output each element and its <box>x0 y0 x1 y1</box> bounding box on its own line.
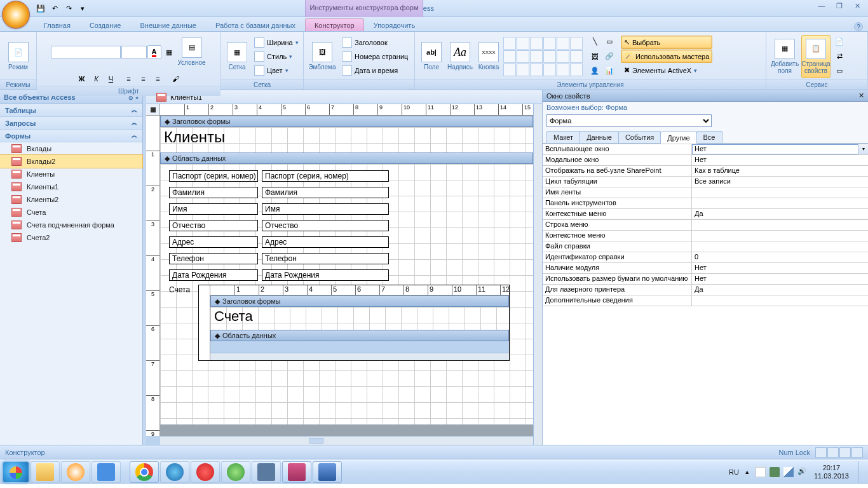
field-label[interactable]: Имя <box>169 203 258 215</box>
field-textbox[interactable]: Имя <box>262 203 389 215</box>
title-button[interactable]: Заголовок <box>339 36 411 49</box>
use-wizards-toggle[interactable]: 🪄Использовать мастера <box>621 50 712 63</box>
logo-button[interactable]: 🖼 Эмблема <box>308 35 337 78</box>
field-textbox[interactable]: Фамилия <box>262 187 389 198</box>
taskbar-chrome[interactable] <box>130 461 159 483</box>
nav-form-item[interactable]: Счета подчиненная форма <box>0 219 142 231</box>
qat-undo[interactable]: ↶ <box>48 3 61 14</box>
property-sheet-header[interactable]: Окно свойств ✕ <box>543 90 868 102</box>
property-value[interactable] <box>692 241 868 252</box>
align-right-button[interactable]: ≡ <box>151 72 165 86</box>
subform-header-bar[interactable]: ◆ Заголовок формы <box>210 295 509 307</box>
subform-hscroll[interactable] <box>210 353 509 360</box>
property-row[interactable]: Файл справки <box>543 241 868 252</box>
office-button[interactable] <box>2 1 30 29</box>
nav-form-item[interactable]: Счета <box>0 206 142 219</box>
nav-section-queries[interactable]: Запросы︽ <box>0 117 142 130</box>
property-row[interactable]: Цикл табуляцииВсе записи <box>543 177 868 187</box>
qat-save[interactable]: 💾 <box>34 3 47 14</box>
taskbar-app2[interactable] <box>221 461 250 483</box>
chart-ctrl-button[interactable]: 📊 <box>602 64 616 78</box>
form-title-label[interactable]: Клиенты <box>160 127 533 147</box>
vertical-ruler[interactable]: 123456789 <box>146 116 160 436</box>
font-color-button[interactable]: A <box>147 45 161 59</box>
tab-home[interactable]: Главная <box>34 18 80 31</box>
qat-redo[interactable]: ↷ <box>62 3 75 14</box>
grid-color-button[interactable]: Цвет▾ <box>251 64 302 77</box>
property-row[interactable]: Отображать на веб-узле SharePointКак в т… <box>543 166 868 177</box>
align-left-button[interactable]: ≡ <box>122 72 136 86</box>
gridlines-button[interactable]: ▦ Сетка <box>225 35 249 78</box>
help-icon[interactable]: ? <box>854 22 863 31</box>
property-row[interactable]: Использовать размер бумаги по умолчаниюН… <box>543 274 868 285</box>
property-value[interactable]: Нет <box>692 155 868 165</box>
font-name-input[interactable] <box>51 46 121 58</box>
activex-controls-button[interactable]: ✖Элементы ActiveX▾ <box>621 64 712 77</box>
property-row[interactable]: Всплывающее окноНет▾ <box>543 144 868 155</box>
controls-gallery[interactable] <box>503 37 586 76</box>
view-design-button[interactable] <box>851 447 863 458</box>
line-ctrl-button[interactable]: ╲ <box>588 35 602 49</box>
prop-tab-other[interactable]: Другие <box>660 132 696 144</box>
more-ctrl-button[interactable]: 👤 <box>588 64 602 78</box>
property-value[interactable] <box>692 231 868 241</box>
nav-form-item[interactable]: Вклады <box>0 142 142 155</box>
field-textbox[interactable]: Паспорт (серия, номер) <box>262 170 389 182</box>
tray-volume-icon[interactable]: 🔊 <box>797 467 808 477</box>
property-row[interactable]: Дополнительные сведения <box>543 295 868 306</box>
section-detail[interactable]: Счета 123456789101112 ◆ Заголовок формы … <box>160 164 533 424</box>
maximize-button[interactable]: ❐ <box>831 2 848 12</box>
field-label[interactable]: Отчество <box>169 220 258 231</box>
subform-title-label[interactable]: Счета <box>166 285 192 295</box>
nav-form-item[interactable]: Счета2 <box>0 231 142 244</box>
field-textbox[interactable]: Отчество <box>262 220 389 231</box>
property-value[interactable]: Как в таблице <box>692 166 868 176</box>
prop-tab-format[interactable]: Макет <box>546 131 580 143</box>
tray-power-icon[interactable] <box>770 467 780 477</box>
property-value[interactable]: Нет <box>692 274 868 284</box>
tray-show-hidden-icon[interactable]: ▴ <box>745 468 749 476</box>
taskbar-explorer[interactable] <box>31 461 60 483</box>
horizontal-ruler[interactable]: 123456789101112131415 <box>160 104 533 116</box>
align-center-button[interactable]: ≡ <box>137 72 151 86</box>
property-value[interactable]: Нет <box>692 263 868 273</box>
nav-section-forms[interactable]: Формы︽ <box>0 130 142 142</box>
view-form-button[interactable] <box>815 447 827 458</box>
tab-design[interactable]: Конструктор <box>305 18 364 31</box>
underline-button[interactable]: Ч <box>104 72 118 86</box>
nav-form-item[interactable]: Клиенты1 <box>0 180 142 193</box>
property-row[interactable]: Наличие модуляНет <box>543 263 868 274</box>
property-row[interactable]: Панель инструментов <box>543 198 868 209</box>
property-object-selector[interactable]: Форма <box>546 114 864 127</box>
field-label[interactable]: Телефон <box>169 253 258 264</box>
font-size-input[interactable] <box>121 46 147 58</box>
section-detail-bar[interactable]: ◆ Область данных <box>160 152 533 164</box>
tray-clock[interactable]: 20:17 11.03.2013 <box>814 464 849 480</box>
property-row[interactable]: Контекстные менюДа <box>543 209 868 220</box>
minimize-button[interactable]: — <box>813 2 830 12</box>
nav-section-tables[interactable]: Таблицы︽ <box>0 104 142 117</box>
section-form-header-bar[interactable]: ◆ Заголовок формы <box>160 116 533 127</box>
code-button[interactable]: 📄 <box>832 35 846 49</box>
property-value[interactable]: Все записи <box>692 177 868 187</box>
nav-form-item[interactable]: Клиенты <box>0 168 142 180</box>
taskbar-access[interactable] <box>282 461 311 483</box>
tray-network-icon[interactable] <box>783 467 794 477</box>
subform-container[interactable]: 123456789101112 ◆ Заголовок формы Счета … <box>198 285 510 361</box>
horizontal-scrollbar[interactable] <box>160 436 533 445</box>
taskbar-mediaplayer[interactable] <box>61 461 90 483</box>
close-button[interactable]: ✕ <box>849 2 865 12</box>
property-value[interactable] <box>692 198 868 208</box>
property-value[interactable]: Да <box>692 209 868 219</box>
taskbar-app1[interactable] <box>92 461 121 483</box>
property-value[interactable]: Нет▾ <box>692 144 868 154</box>
field-label[interactable]: Адрес <box>169 236 258 248</box>
subform-detail-bar[interactable]: ◆ Область данных <box>210 330 509 341</box>
qat-customize[interactable]: ▾ <box>76 3 89 14</box>
grid-width-button[interactable]: Ширина▾ <box>251 36 302 49</box>
vertical-scrollbar[interactable] <box>533 104 542 445</box>
dropdown-icon[interactable]: ▾ <box>858 144 868 154</box>
field-textbox[interactable]: Адрес <box>262 236 389 248</box>
add-fields-button[interactable]: ▦Добавить поля <box>770 35 799 78</box>
property-row[interactable]: Строка меню <box>543 220 868 231</box>
